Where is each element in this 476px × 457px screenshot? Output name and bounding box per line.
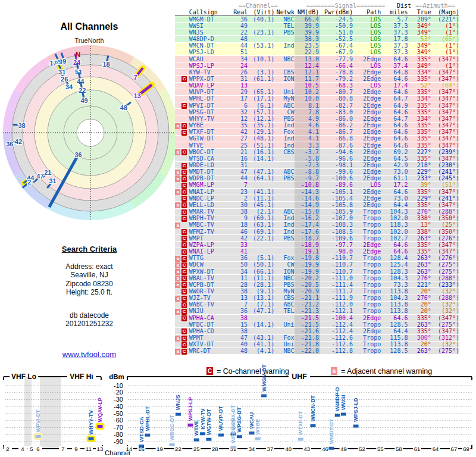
table-row: KYW-TV26(3.1)CBS12.1-78.82Edge64.8334°(3… bbox=[175, 69, 459, 76]
table-row: aCWJZ-TV13(13.1)CBS-21.1-111.9Tropo104.3… bbox=[175, 295, 459, 302]
network-cell: CW bbox=[274, 261, 294, 268]
network-cell: Ind bbox=[274, 42, 294, 49]
path-cell: Tropo bbox=[353, 228, 381, 235]
col-path: Path bbox=[353, 9, 381, 15]
magnetic-azimuth-cell: (25°) bbox=[431, 221, 459, 228]
channel-tick-label: 28 bbox=[212, 446, 218, 452]
true-azimuth-cell: 349° bbox=[408, 23, 431, 29]
distance-cell: 64.7 bbox=[381, 115, 408, 122]
magnetic-azimuth-cell: (347°) bbox=[431, 69, 459, 76]
virtual-channel-cell: (4.1) bbox=[248, 348, 274, 354]
callsign-cell: WCPB-DT bbox=[188, 281, 234, 288]
path-cell: LOS bbox=[353, 23, 381, 29]
tvfool-report: All Channels TrueNorth N2451442249481371… bbox=[0, 0, 476, 457]
path-cell: Tropo bbox=[353, 288, 381, 295]
magnetic-azimuth-cell: (233°) bbox=[431, 281, 459, 288]
virtual-channel-cell: (10.1) bbox=[248, 56, 274, 62]
cochannel-warning-badge: C bbox=[181, 349, 187, 355]
virtual-channel-cell: (35.1) bbox=[248, 122, 274, 129]
power-dbm-cell: -24.5 bbox=[320, 16, 353, 23]
network-cell: Ind bbox=[274, 142, 294, 149]
virtual-channel-cell: (5.1) bbox=[248, 255, 274, 261]
nm-db-cell: 39.9 bbox=[295, 29, 320, 36]
power-dbm-cell: -78.8 bbox=[320, 69, 353, 76]
distance-cell: 64.6 bbox=[381, 56, 408, 62]
table-row: WTVE25(51.1)Ind3.3-87.62Edge64.6335°(347… bbox=[175, 142, 459, 149]
network-cell: ABC bbox=[274, 168, 294, 175]
spectrum-bar-label: WQAV-LP bbox=[97, 397, 103, 422]
nm-db-cell: 4.1 bbox=[295, 135, 320, 142]
network-cell: ION bbox=[274, 268, 294, 275]
true-azimuth-cell: 335° bbox=[408, 56, 431, 62]
power-dbm-cell: -86.2 bbox=[320, 122, 353, 129]
virtual-channel-cell: (69.1) bbox=[248, 228, 274, 235]
dbm-tick-label: -60 bbox=[114, 417, 123, 424]
callsign-cell: WNJU bbox=[188, 308, 234, 314]
power-dbm-cell: -80.8 bbox=[320, 95, 353, 102]
nm-db-cell: 66.4 bbox=[295, 16, 320, 23]
nm-db-cell: 22.9 bbox=[295, 49, 320, 55]
nm-db-cell: 12.4 bbox=[295, 62, 320, 69]
true-azimuth-cell: 335° bbox=[408, 202, 431, 208]
nm-db-cell: 11.7 bbox=[295, 76, 320, 82]
callsign-cell: WBAL-TV bbox=[188, 275, 234, 281]
spectrum-bar-label: WPPX-DT bbox=[230, 405, 236, 430]
power-dbm-cell: -68.3 bbox=[320, 82, 353, 89]
path-cell: LOS bbox=[353, 29, 381, 36]
tvfool-link[interactable]: www.tvfool.com bbox=[62, 350, 116, 359]
real-channel-cell: 24 bbox=[233, 62, 248, 69]
virtual-channel-cell: (2.1) bbox=[248, 208, 274, 215]
path-cell: 2Edge bbox=[353, 115, 381, 122]
magnetic-azimuth-cell: (347°) bbox=[431, 189, 459, 195]
magnetic-azimuth-cell: (32°) bbox=[431, 341, 459, 348]
magnetic-azimuth-cell: (32°) bbox=[431, 288, 459, 295]
magnetic-azimuth-cell: (230°) bbox=[431, 162, 459, 168]
distance-cell: 37.3 bbox=[381, 29, 408, 36]
path-cell: Tropo bbox=[353, 301, 381, 308]
distance-cell: 64.6 bbox=[381, 142, 408, 149]
nm-db-cell: -18.9 bbox=[295, 242, 320, 248]
adjacent-warning-badge: a bbox=[175, 176, 180, 182]
network-cell: MyN bbox=[274, 288, 294, 295]
table-row: WPSJ-LP2412.4-66.4LOS37.4349°(1°) bbox=[175, 62, 459, 69]
power-dbm-cell: -112.6 bbox=[320, 341, 353, 348]
nm-db-cell: -15.0 bbox=[295, 208, 320, 215]
network-cell: Ind bbox=[274, 228, 294, 235]
power-dbm-cell: -100.4 bbox=[320, 315, 353, 321]
power-dbm-cell: -112.6 bbox=[320, 334, 353, 341]
table-row: aCWBAL-TV11(11.1)NBC-20.2-111.0Tropo104.… bbox=[175, 275, 459, 281]
callsign-cell: WPHA-CD bbox=[188, 328, 234, 334]
spectrum-bar-label: WWSI bbox=[341, 395, 347, 411]
real-channel-cell: 31 bbox=[233, 162, 248, 168]
spectrum-bar-label: WTXF-DT bbox=[298, 411, 303, 435]
table-row: CWMPT42(22.1)PBS-18.7-109.6Tropo102.7263… bbox=[175, 235, 459, 242]
spectrum-bar bbox=[353, 425, 359, 428]
real-channel-cell: 40 bbox=[233, 341, 248, 348]
table-row: WMGM-DT36(40.1)NBC66.4-24.5LOS5.7209°(22… bbox=[175, 16, 459, 23]
real-channel-cell: 13 bbox=[233, 295, 248, 301]
path-cell: LOS bbox=[353, 49, 381, 55]
vhf-lo-section-label: VHF Lo bbox=[11, 373, 36, 381]
network-cell: Fox bbox=[274, 129, 294, 135]
path-cell: 2Edge bbox=[353, 122, 381, 129]
network-cell: PBS bbox=[274, 175, 294, 181]
table-row: WPHL-DT17(17.1)MyN10.0-80.82Edge64.7334°… bbox=[175, 96, 459, 102]
table-row: CWNDC-LP2(11.1)-14.6-105.42Edge73.0229°(… bbox=[175, 195, 459, 202]
distance-cell: 73.3 bbox=[381, 281, 408, 288]
network-cell: ABC bbox=[274, 301, 294, 308]
callsign-cell: WMCN-DT bbox=[188, 42, 234, 49]
adjacent-warning-badge: a bbox=[175, 349, 180, 355]
network-cell: Ind bbox=[274, 122, 294, 129]
true-azimuth-cell: 233° bbox=[408, 175, 431, 181]
network-cell: MyN bbox=[274, 95, 294, 102]
cochannel-warning-badge: C bbox=[181, 216, 187, 222]
magnetic-azimuth-cell: (312°) bbox=[431, 334, 459, 341]
distance-cell: 17.8 bbox=[381, 36, 408, 42]
table-row: CWTXF-DT42(29.1)Fox4.1-86.72Edge64.6335°… bbox=[175, 129, 459, 136]
true-azimuth-cell: 349° bbox=[408, 29, 431, 36]
real-channel-cell: 44 bbox=[233, 175, 248, 181]
real-channel-cell: 42 bbox=[233, 129, 248, 135]
distance-cell: 64.6 bbox=[381, 242, 408, 248]
col-real: Real bbox=[233, 9, 248, 15]
network-cell: ABC bbox=[274, 102, 294, 109]
